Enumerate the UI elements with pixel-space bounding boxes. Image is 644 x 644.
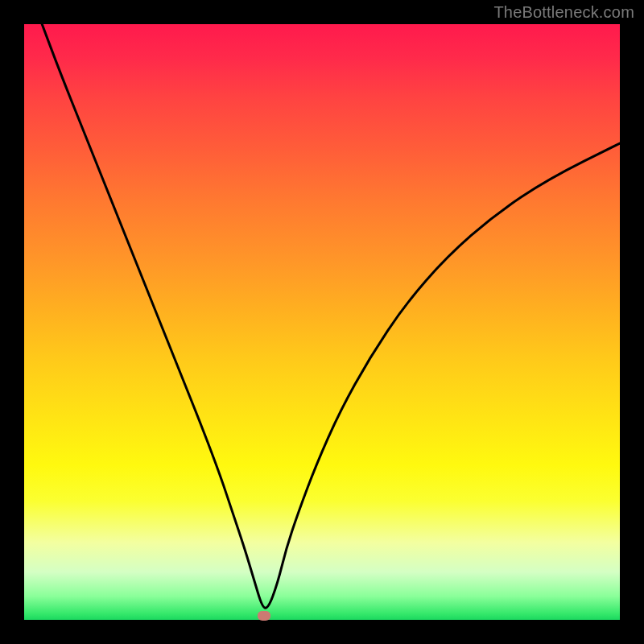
plot-area bbox=[24, 24, 620, 620]
bottleneck-curve bbox=[24, 24, 620, 620]
chart-frame: TheBottleneck.com bbox=[0, 0, 644, 644]
optimal-point-marker bbox=[258, 611, 270, 621]
watermark-text: TheBottleneck.com bbox=[493, 3, 634, 22]
